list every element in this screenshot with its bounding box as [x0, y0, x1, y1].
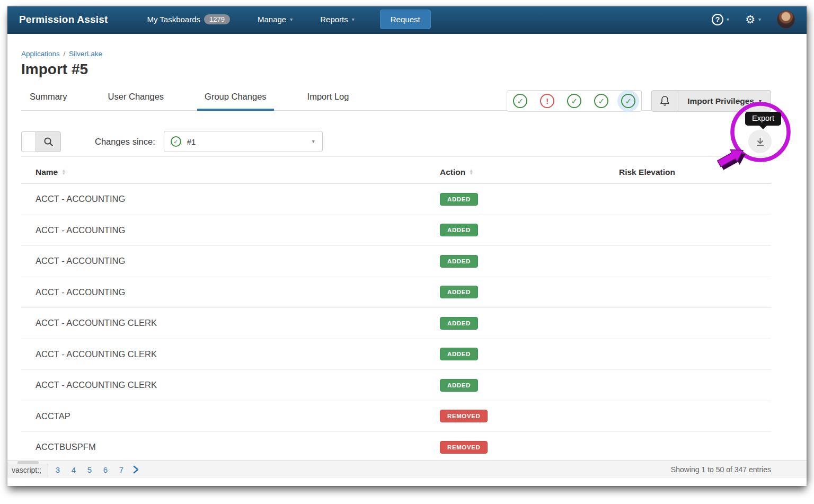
status-check-icon[interactable]: ✓	[513, 94, 527, 108]
header-controls: ✓!✓✓✓ Import Privileges ▾	[507, 90, 771, 112]
page-button-5[interactable]: 5	[82, 465, 98, 474]
action-badge: ADDED	[440, 193, 478, 206]
changes-since-label: Changes since:	[95, 137, 155, 147]
user-avatar[interactable]	[777, 11, 795, 29]
settings-menu[interactable]: ⚙ ▾	[745, 14, 761, 25]
action-cell: ADDED	[426, 286, 604, 298]
column-header-name[interactable]: Name ▲▼	[21, 167, 426, 177]
nav-manage-label: Manage	[258, 15, 286, 24]
import-privileges-button[interactable]: Import Privileges ▾	[678, 91, 771, 111]
action-badge: ADDED	[440, 317, 478, 330]
top-navbar: Permission Assist My Taskboards 1279 Man…	[7, 6, 807, 34]
table-row: ACCT - ACCOUNTING CLERK ADDED	[21, 339, 771, 370]
import-status-group: ✓!✓✓✓	[507, 90, 642, 112]
action-badge: REMOVED	[440, 441, 488, 454]
browser-status-tooltip: vascript:;	[7, 464, 48, 478]
breadcrumb-silverlake-link[interactable]: SilverLake	[69, 50, 102, 58]
action-cell: ADDED	[426, 317, 604, 330]
group-name: ACCT - ACCOUNTING CLERK	[21, 318, 426, 328]
help-icon: ?	[712, 14, 723, 25]
group-name: ACCT - ACCOUNTING	[21, 194, 426, 204]
nav-my-taskboards-label: My Taskboards	[147, 15, 200, 24]
table-row: ACCT - ACCOUNTING ADDED	[21, 184, 771, 215]
page-button-7[interactable]: 7	[113, 465, 129, 474]
import-privileges-label: Import Privileges	[687, 96, 754, 106]
page-button-6[interactable]: 6	[98, 465, 113, 474]
header-button-group: Import Privileges ▾	[651, 90, 771, 112]
showing-entries-text: Showing 1 to 50 of 347 entries	[671, 461, 771, 479]
breadcrumb-separator: /	[64, 50, 66, 58]
gear-icon: ⚙	[745, 14, 755, 25]
chevron-down-icon: ▾	[727, 16, 729, 22]
status-warning-icon[interactable]: !	[540, 94, 554, 108]
sort-icon: ▲▼	[469, 169, 473, 175]
chevron-down-icon: ▾	[290, 16, 293, 22]
sort-icon: ▲▼	[61, 169, 66, 175]
breadcrumb-applications-link[interactable]: Applications	[21, 50, 60, 58]
tab-user-changes[interactable]: User Changes	[101, 91, 171, 110]
nav-manage[interactable]: Manage ▾	[258, 15, 293, 24]
action-badge: ADDED	[440, 286, 478, 298]
table-header-row: Name ▲▼ Action ▲▼ Risk Elevation	[21, 157, 771, 184]
action-badge: ADDED	[440, 255, 478, 268]
nav-my-taskboards[interactable]: My Taskboards 1279	[147, 14, 230, 24]
search-icon	[43, 137, 54, 147]
check-circle-icon: ✓	[171, 136, 181, 147]
search-button[interactable]	[36, 131, 61, 152]
tab-group-changes[interactable]: Group Changes	[197, 91, 274, 111]
changes-since-value: #1	[187, 137, 305, 146]
chevron-down-icon: ▾	[352, 16, 355, 22]
changes-since-dropdown[interactable]: ✓ #1 ▼	[164, 131, 323, 152]
chevron-down-icon: ▾	[758, 16, 761, 22]
table-footer: vascript:; 34567 Showing 1 to 50 of 347 …	[7, 460, 807, 478]
export-download-button[interactable]	[748, 130, 772, 153]
help-menu[interactable]: ? ▾	[712, 14, 729, 25]
page-button-4[interactable]: 4	[66, 465, 82, 474]
table-row: ACCT - ACCOUNTING CLERK ADDED	[21, 308, 771, 339]
status-check-icon[interactable]: ✓	[567, 94, 581, 108]
table-row: ACCT - ACCOUNTING CLERK ADDED	[21, 370, 771, 401]
taskboards-count-badge: 1279	[204, 14, 230, 24]
app-brand[interactable]: Permission Assist	[19, 14, 108, 25]
next-page-button[interactable]	[132, 465, 139, 474]
nav-reports-label: Reports	[320, 15, 348, 24]
column-header-risk-elevation: Risk Elevation	[604, 167, 771, 177]
search-group	[21, 131, 61, 152]
action-badge: ADDED	[440, 379, 478, 392]
group-name: ACCT - ACCOUNTING CLERK	[21, 380, 426, 390]
main-content: Applications / SilverLake Import #5 ✓!✓✓…	[7, 50, 807, 463]
breadcrumb: Applications / SilverLake	[21, 50, 771, 58]
status-check-icon[interactable]: ✓	[621, 94, 635, 108]
action-cell: ADDED	[426, 348, 604, 360]
column-header-action[interactable]: Action ▲▼	[426, 167, 604, 177]
status-check-icon[interactable]: ✓	[594, 94, 608, 108]
table-row: ACCT - ACCOUNTING ADDED	[21, 215, 771, 246]
table-body: ACCT - ACCOUNTING ADDED ACCT - ACCOUNTIN…	[21, 184, 771, 463]
search-input[interactable]	[21, 131, 36, 152]
action-cell: ADDED	[426, 255, 604, 268]
table-row: ACCT - ACCOUNTING ADDED	[21, 246, 771, 277]
action-badge: ADDED	[440, 348, 478, 360]
group-name: ACCT - ACCOUNTING	[21, 225, 426, 235]
action-badge: REMOVED	[440, 410, 488, 422]
pagination: 34567	[50, 461, 139, 479]
chevron-down-icon: ▼	[311, 139, 316, 144]
tab-summary[interactable]: Summary	[22, 91, 75, 110]
download-icon	[755, 136, 766, 147]
tab-import-log[interactable]: Import Log	[300, 91, 357, 110]
action-cell: REMOVED	[426, 441, 604, 454]
filter-row: Changes since: ✓ #1 ▼	[21, 131, 771, 152]
chevron-down-icon: ▾	[759, 98, 762, 104]
action-cell: REMOVED	[426, 410, 604, 422]
request-button[interactable]: Request	[380, 10, 431, 29]
nav-reports[interactable]: Reports ▾	[320, 15, 355, 24]
action-cell: ADDED	[426, 224, 604, 236]
notifications-button[interactable]	[652, 91, 678, 111]
table-row: ACCTAP REMOVED	[21, 401, 771, 432]
chevron-right-icon	[132, 465, 139, 474]
page-title: Import #5	[21, 61, 771, 78]
app-window: Permission Assist My Taskboards 1279 Man…	[7, 6, 807, 486]
group-name: ACCT - ACCOUNTING	[21, 287, 426, 297]
page-button-3[interactable]: 3	[50, 465, 66, 474]
navbar-right: ? ▾ ⚙ ▾	[712, 11, 795, 29]
